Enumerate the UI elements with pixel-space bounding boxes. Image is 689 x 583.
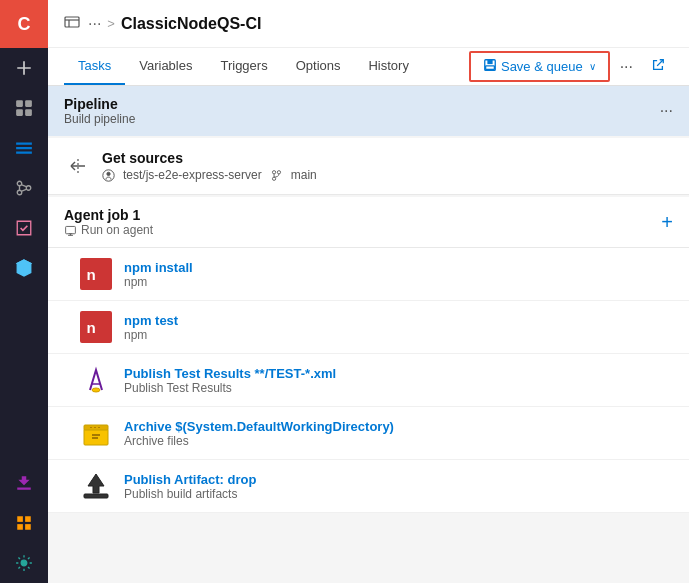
save-queue-chevron[interactable]: ∨ bbox=[589, 61, 596, 72]
npm-install-info: npm install npm bbox=[124, 260, 193, 289]
svg-rect-11 bbox=[17, 516, 23, 522]
pipeline-breadcrumb-icon bbox=[64, 14, 80, 34]
npm-install-title: npm install bbox=[124, 260, 193, 275]
save-icon bbox=[483, 58, 497, 75]
publish-artifact-icon bbox=[80, 470, 112, 502]
svg-point-15 bbox=[21, 560, 27, 566]
sidebar-add-icon[interactable] bbox=[0, 48, 48, 88]
sidebar: C bbox=[0, 0, 48, 583]
breadcrumb-separator: > bbox=[107, 16, 115, 31]
publish-artifact-title: Publish Artifact: drop bbox=[124, 472, 256, 487]
main-content: ··· > ClassicNodeQS-CI Tasks Variables T… bbox=[48, 0, 689, 583]
svg-line-9 bbox=[21, 189, 27, 191]
svg-line-8 bbox=[21, 185, 27, 187]
pipeline-more-button[interactable]: ··· bbox=[660, 102, 673, 120]
svg-point-28 bbox=[107, 172, 110, 175]
task-item-publish-artifact[interactable]: Publish Artifact: drop Publish build art… bbox=[48, 460, 689, 513]
svg-rect-16 bbox=[65, 17, 79, 27]
svg-rect-0 bbox=[16, 100, 23, 107]
publish-test-subtitle: Publish Test Results bbox=[124, 381, 336, 395]
svg-rect-41 bbox=[84, 429, 108, 445]
tab-options[interactable]: Options bbox=[282, 48, 355, 85]
save-queue-label: Save & queue bbox=[501, 59, 583, 74]
npm-test-icon: n bbox=[80, 311, 112, 343]
svg-text:n: n bbox=[86, 319, 95, 336]
github-icon bbox=[102, 169, 115, 182]
nav-external-link[interactable] bbox=[643, 50, 673, 83]
svg-point-40 bbox=[92, 388, 100, 392]
topbar: ··· > ClassicNodeQS-CI bbox=[48, 0, 689, 48]
sidebar-testplan-icon[interactable] bbox=[0, 208, 48, 248]
publish-artifact-info: Publish Artifact: drop Publish build art… bbox=[124, 472, 256, 501]
svg-point-29 bbox=[272, 170, 275, 173]
publish-artifact-subtitle: Publish build artifacts bbox=[124, 487, 256, 501]
nav-tabs: Tasks Variables Triggers Options History… bbox=[48, 48, 689, 86]
get-sources-icon bbox=[64, 152, 92, 180]
pipeline-section[interactable]: Pipeline Build pipeline ··· bbox=[48, 86, 689, 136]
sidebar-marketplace-icon[interactable] bbox=[0, 503, 48, 543]
nav-more-button[interactable]: ··· bbox=[610, 50, 643, 84]
save-queue-button[interactable]: Save & queue ∨ bbox=[469, 51, 610, 82]
agent-job-info: Agent job 1 Run on agent bbox=[64, 207, 153, 237]
get-sources-title: Get sources bbox=[102, 150, 317, 166]
svg-rect-21 bbox=[486, 66, 495, 70]
sidebar-extension-icon[interactable] bbox=[0, 463, 48, 503]
svg-rect-12 bbox=[25, 516, 31, 522]
breadcrumb: ··· > ClassicNodeQS-CI bbox=[88, 15, 261, 33]
publish-test-info: Publish Test Results **/TEST-*.xml Publi… bbox=[124, 366, 336, 395]
repo-path: test/js-e2e-express-server bbox=[123, 168, 262, 182]
task-item-publish-test[interactable]: Publish Test Results **/TEST-*.xml Publi… bbox=[48, 354, 689, 407]
archive-subtitle: Archive files bbox=[124, 434, 394, 448]
svg-line-22 bbox=[657, 60, 663, 66]
npm-install-subtitle: npm bbox=[124, 275, 193, 289]
npm-test-title: npm test bbox=[124, 313, 178, 328]
breadcrumb-dots[interactable]: ··· bbox=[88, 15, 101, 33]
agent-job-add-button[interactable]: + bbox=[661, 211, 673, 234]
npm-test-subtitle: npm bbox=[124, 328, 178, 342]
svg-rect-13 bbox=[17, 524, 23, 530]
agent-job-title: Agent job 1 bbox=[64, 207, 153, 223]
task-item-npm-install[interactable]: n npm install npm bbox=[48, 248, 689, 301]
branch-name: main bbox=[291, 168, 317, 182]
sidebar-repo-icon[interactable] bbox=[0, 168, 48, 208]
sidebar-org-icon[interactable]: C bbox=[0, 0, 48, 48]
pipeline-subtitle: Build pipeline bbox=[64, 112, 135, 126]
agent-job-section[interactable]: Agent job 1 Run on agent + bbox=[48, 197, 689, 248]
publish-test-title: Publish Test Results **/TEST-*.xml bbox=[124, 366, 336, 381]
svg-rect-1 bbox=[25, 100, 32, 107]
svg-rect-20 bbox=[487, 60, 492, 64]
branch-icon bbox=[270, 169, 283, 182]
sidebar-pipeline-icon[interactable] bbox=[0, 128, 48, 168]
page-title: ClassicNodeQS-CI bbox=[121, 15, 261, 33]
svg-point-31 bbox=[277, 170, 280, 173]
content-area: Pipeline Build pipeline ··· Get sources bbox=[48, 86, 689, 583]
sidebar-artifacts-icon[interactable] bbox=[0, 248, 48, 288]
npm-test-info: npm test npm bbox=[124, 313, 178, 342]
svg-point-30 bbox=[272, 177, 275, 180]
tab-variables[interactable]: Variables bbox=[125, 48, 206, 85]
tab-triggers[interactable]: Triggers bbox=[206, 48, 281, 85]
archive-info: Archive $(System.DefaultWorkingDirectory… bbox=[124, 419, 394, 448]
archive-icon bbox=[80, 417, 112, 449]
svg-marker-47 bbox=[88, 474, 104, 493]
publish-test-icon bbox=[80, 364, 112, 396]
svg-rect-33 bbox=[66, 226, 76, 233]
sidebar-settings-icon[interactable] bbox=[0, 543, 48, 583]
archive-title: Archive $(System.DefaultWorkingDirectory… bbox=[124, 419, 394, 434]
agent-icon bbox=[64, 224, 77, 237]
tab-tasks[interactable]: Tasks bbox=[64, 48, 125, 85]
svg-text:n: n bbox=[86, 266, 95, 283]
pipeline-title: Pipeline bbox=[64, 96, 135, 112]
task-item-archive[interactable]: Archive $(System.DefaultWorkingDirectory… bbox=[48, 407, 689, 460]
get-sources-info: Get sources test/js-e2e-express-server bbox=[102, 150, 317, 182]
svg-rect-2 bbox=[16, 109, 23, 116]
get-sources-meta: test/js-e2e-express-server main bbox=[102, 168, 317, 182]
sidebar-overview-icon[interactable] bbox=[0, 88, 48, 128]
pipeline-info: Pipeline Build pipeline bbox=[64, 96, 135, 126]
svg-rect-14 bbox=[25, 524, 31, 530]
svg-rect-46 bbox=[84, 494, 108, 498]
tab-history[interactable]: History bbox=[354, 48, 422, 85]
get-sources-section[interactable]: Get sources test/js-e2e-express-server bbox=[48, 138, 689, 195]
npm-install-icon: n bbox=[80, 258, 112, 290]
task-item-npm-test[interactable]: n npm test npm bbox=[48, 301, 689, 354]
